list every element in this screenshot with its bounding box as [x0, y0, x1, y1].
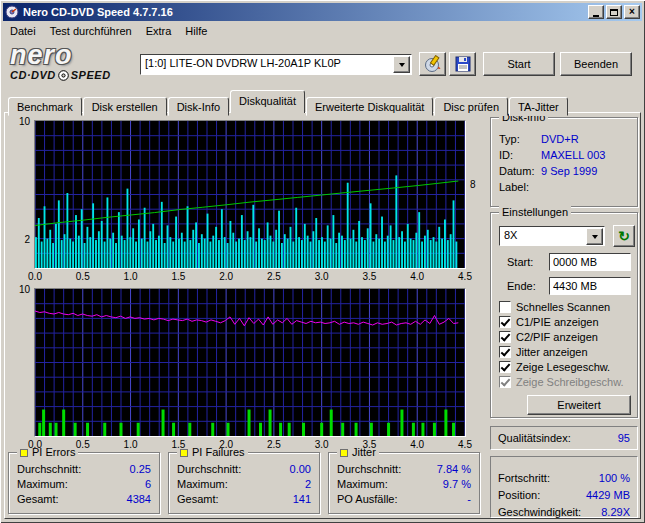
- settings-group-title: Einstellungen: [499, 206, 571, 219]
- stat-label: Gesamt:: [17, 492, 59, 507]
- x-axis-tick-label: 2.0: [214, 439, 238, 451]
- save-results-button[interactable]: [449, 52, 476, 76]
- maximize-icon: [610, 9, 618, 16]
- advanced-button[interactable]: Erweitert: [527, 395, 631, 415]
- checkbox-label: C2/PIF anzeigen: [516, 331, 598, 343]
- checkbox-zeige-lesegeschw[interactable]: Zeige Lesegeschw.: [499, 359, 635, 374]
- checkbox-box: [499, 376, 511, 388]
- x-axis-tick-label: 0.0: [23, 439, 47, 451]
- x-axis-tick-label: 2.5: [262, 439, 286, 451]
- stat-value: 4384: [127, 492, 151, 507]
- y-axis-left-label: 10: [10, 284, 30, 296]
- close-button[interactable]: ×: [624, 5, 640, 19]
- disk-info-value: DVD+R: [541, 131, 579, 147]
- stat-label: Maximum:: [17, 477, 68, 492]
- stats-row: PI ErrorsDurchschnitt:0.25Maximum:6Gesam…: [8, 452, 480, 514]
- menu-item-datei[interactable]: Datei: [3, 23, 43, 39]
- disc-icon: [58, 70, 69, 81]
- minimize-icon: [593, 15, 599, 17]
- drive-select-dropdown-button[interactable]: [393, 56, 410, 73]
- stat-group-pi-errors: PI ErrorsDurchschnitt:0.25Maximum:6Gesam…: [8, 452, 160, 514]
- start-position-label: Start:: [507, 256, 533, 268]
- disk-info-group: Disk-Info Typ:DVD+RID:MAXELL 003Datum:9 …: [490, 117, 638, 207]
- x-axis-tick-label: 4.0: [405, 439, 429, 451]
- logo-product-right: SPEED: [71, 69, 111, 81]
- quit-button[interactable]: Beenden: [560, 52, 632, 76]
- tab-erweiterte-diskqualit-t[interactable]: Erweiterte Diskqualität: [306, 97, 433, 116]
- tab-disk-erstellen[interactable]: Disk erstellen: [83, 97, 167, 116]
- x-axis-tick-label: 1.0: [119, 439, 143, 451]
- disk-info-label: Label:: [499, 179, 541, 195]
- checkbox-c2-pif-anzeigen[interactable]: C2/PIF anzeigen: [499, 329, 635, 344]
- start-position-field[interactable]: [549, 253, 631, 271]
- disk-info-value: 9 Sep 1999: [541, 163, 597, 179]
- checkbox-zeige-schreibgeschw: Zeige Schreibgeschw.: [499, 374, 635, 389]
- stat-value: 7.84 %: [437, 462, 471, 477]
- drive-select-value: [1:0] LITE-ON DVDRW LH-20A1P KL0P: [141, 55, 411, 69]
- x-axis-tick-label: 0.0: [23, 271, 47, 283]
- disk-info-row: Label:: [491, 179, 637, 195]
- checkbox-schnelles-scannen[interactable]: Schnelles Scannen: [499, 299, 635, 314]
- stat-row: Durchschnitt:0.00: [169, 462, 319, 477]
- disk-info-label: Datum:: [499, 163, 541, 179]
- tab-disc-pr-fen[interactable]: Disc prüfen: [434, 97, 508, 116]
- quality-index-label: Qualitätsindex:: [498, 432, 571, 444]
- app-window: Nero CD-DVD Speed 4.7.7.16 × DateiTest d…: [0, 0, 645, 523]
- minimize-button[interactable]: [588, 5, 604, 19]
- menu-item-hilfe[interactable]: Hilfe: [178, 23, 214, 39]
- menu-item-test-durchf-hren[interactable]: Test durchführen: [43, 23, 139, 39]
- stat-row: Durchschnitt:0.25: [9, 462, 159, 477]
- tab-benchmark[interactable]: Benchmark: [8, 97, 82, 116]
- checkbox-c1-pie-anzeigen[interactable]: C1/PIE anzeigen: [499, 314, 635, 329]
- menu-item-extra[interactable]: Extra: [139, 23, 179, 39]
- stat-label: Maximum:: [337, 477, 388, 492]
- y-axis-left-label: 2: [10, 234, 30, 246]
- x-axis-tick-label: 4.0: [405, 271, 429, 283]
- logo-product-left: CD·DVD: [10, 69, 56, 81]
- checkbox-label: Zeige Schreibgeschw.: [516, 376, 624, 388]
- stat-label: Gesamt:: [177, 492, 219, 507]
- disk-info-row: Datum:9 Sep 1999: [491, 163, 637, 179]
- checkbox-label: Jitter anzeigen: [516, 346, 588, 358]
- drive-select[interactable]: [1:0] LITE-ON DVDRW LH-20A1P KL0P: [140, 54, 412, 75]
- x-axis-tick-label: 3.0: [310, 271, 334, 283]
- create-disc-button[interactable]: [419, 52, 446, 76]
- y-axis-left-label: 10: [10, 116, 30, 128]
- speed-select[interactable]: 8X: [499, 226, 605, 246]
- checkbox-box: [499, 316, 511, 328]
- nero-product-text: CD·DVD SPEED: [10, 69, 138, 81]
- x-axis-tick-label: 3.5: [357, 271, 381, 283]
- end-position-field[interactable]: [549, 277, 631, 295]
- x-axis-tick-label: 1.5: [166, 439, 190, 451]
- stat-label: PO Ausfälle:: [337, 492, 398, 507]
- stat-group-pi-failures: PI FailuresDurchschnitt:0.00Maximum:2Ges…: [168, 452, 320, 514]
- refresh-icon: ↻: [618, 228, 630, 244]
- stat-row: Maximum:9.7 %: [329, 477, 479, 492]
- stat-value: 9.7 %: [443, 477, 471, 492]
- refresh-button[interactable]: ↻: [613, 225, 635, 247]
- stat-value: 141: [293, 492, 311, 507]
- maximize-button[interactable]: [606, 5, 622, 19]
- x-axis-tick-label: 0.5: [71, 271, 95, 283]
- x-axis-tick-label: 4.5: [453, 271, 477, 283]
- stat-row: PO Ausfälle:-: [329, 492, 479, 507]
- stat-row: Maximum:2: [169, 477, 319, 492]
- tab-ta-jitter[interactable]: TA-Jitter: [509, 97, 568, 116]
- x-axis-tick-label: 1.5: [166, 271, 190, 283]
- disk-info-label: Typ:: [499, 131, 541, 147]
- checkbox-label: Zeige Lesegeschw.: [516, 361, 610, 373]
- settings-group: Einstellungen 8X ↻ Start: Ende: Schnelle…: [490, 212, 638, 418]
- checkbox-box: [499, 361, 511, 373]
- stat-value: 0.25: [130, 462, 151, 477]
- start-button[interactable]: Start: [483, 52, 555, 76]
- x-axis-tick-label: 2.5: [262, 271, 286, 283]
- stat-value: 6: [145, 477, 151, 492]
- speed-select-dropdown-button[interactable]: [586, 228, 603, 245]
- tab-disk-info[interactable]: Disk-Info: [168, 97, 229, 116]
- checkbox-jitter-anzeigen[interactable]: Jitter anzeigen: [499, 344, 635, 359]
- title-bar: Nero CD-DVD Speed 4.7.7.16 ×: [3, 3, 642, 21]
- stat-value: -: [467, 492, 471, 507]
- chevron-down-icon: [592, 235, 598, 242]
- tab-diskqualit-t[interactable]: Diskqualität: [230, 90, 305, 113]
- progress-panel: Fortschritt:100 %Position:4429 MBGeschwi…: [490, 456, 638, 518]
